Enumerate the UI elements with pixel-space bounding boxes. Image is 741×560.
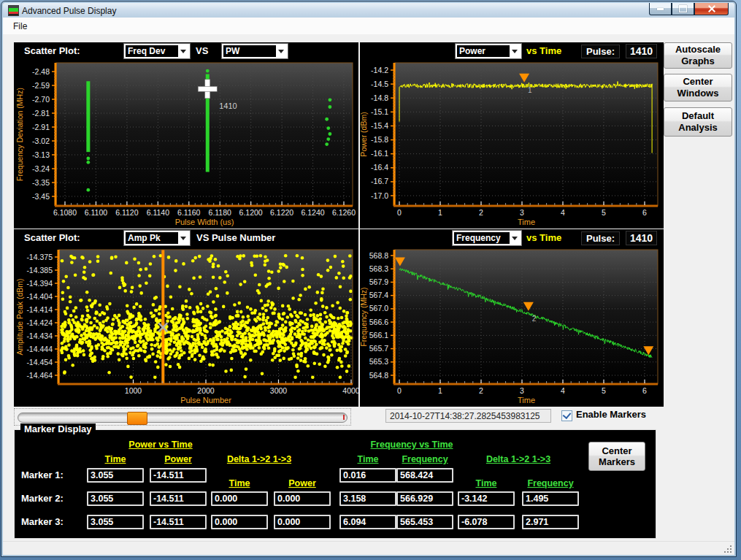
svg-text:-14.394: -14.394 [26, 279, 53, 288]
marker-value: 0.000 [211, 515, 268, 529]
maximize-icon [679, 5, 687, 12]
svg-text:-14.375: -14.375 [26, 253, 53, 261]
freq-dev-panel-header: Scatter Plot: Freq Dev VS PW [14, 42, 358, 60]
center-markers-button[interactable]: Center Markers [588, 442, 645, 471]
marker-value: 3.055 [87, 515, 144, 529]
marker-value: 6.094 [339, 515, 396, 529]
maximize-button[interactable] [672, 3, 694, 15]
x-parameter-dropdown[interactable]: PW [221, 43, 288, 59]
button-label: Windows [677, 88, 719, 99]
svg-text:-14.434: -14.434 [26, 331, 53, 340]
pulse-label: Pulse: [581, 45, 620, 58]
minimize-button[interactable] [649, 3, 672, 15]
y-parameter-dropdown[interactable]: Freq Dev [123, 43, 191, 59]
power-vs-time-panel: Power vs Time Pulse: 1410 1-14.2-14.5-14… [360, 42, 664, 229]
resize-grip-icon[interactable] [723, 544, 732, 553]
chevron-down-icon[interactable] [510, 45, 520, 57]
frequency-param-dropdown[interactable]: Frequency [452, 230, 522, 246]
amp-pk-vs-pulse-panel: Scatter Plot: Amp Pk VS Pulse Number -14… [14, 229, 358, 407]
marker-display-panel: Marker Display Power vs Time Time Power … [14, 429, 656, 539]
frequency-vs-time-chart[interactable]: 2568.8568.3567.9567.4567.0566.6566.1565.… [360, 247, 664, 407]
chevron-down-icon[interactable] [178, 45, 188, 57]
pulse-label: Pulse: [581, 231, 620, 245]
marker-value: -14.511 [150, 515, 207, 529]
button-label: Center [602, 445, 631, 456]
svg-text:Frequency (MHz): Frequency (MHz) [360, 287, 368, 346]
marker-value: -14.511 [150, 491, 207, 506]
svg-text:-3.45: -3.45 [32, 192, 50, 201]
amp-pk-vs-pulse-chart[interactable]: -14.375-14.385-14.394-14.404-14.414-14.4… [14, 247, 358, 407]
svg-text:6: 6 [642, 208, 647, 217]
svg-text:-14.444: -14.444 [26, 345, 53, 353]
marker-value: 0.000 [274, 491, 331, 506]
svg-text:6: 6 [642, 386, 647, 395]
close-button[interactable] [694, 3, 729, 15]
marker-value: 568.424 [396, 468, 453, 483]
pulse-number-value: 1410 [626, 44, 657, 58]
power-value-col-header: Power [150, 454, 207, 464]
svg-text:4: 4 [561, 386, 565, 395]
svg-text:0: 0 [397, 208, 402, 217]
vs-time-label: vs Time [526, 45, 561, 56]
x-parameter-value: PW [223, 45, 276, 57]
svg-text:-14.404: -14.404 [26, 292, 53, 301]
svg-text:Frequency Deviation (MHz): Frequency Deviation (MHz) [15, 88, 24, 181]
svg-text:3: 3 [520, 386, 524, 395]
marker-value: 3.055 [87, 468, 144, 483]
svg-text:Pulse Number: Pulse Number [180, 396, 231, 404]
svg-text:4000: 4000 [342, 386, 358, 395]
svg-text:0: 0 [397, 386, 402, 395]
amp-param-dropdown[interactable]: Amp Pk [123, 230, 191, 246]
marker-value: 0.000 [211, 491, 268, 506]
default-analysis-button[interactable]: Default Analysis [664, 107, 732, 137]
marker-row-label: Marker 1: [21, 469, 64, 480]
vs-pulse-number-label: VS Pulse Number [196, 232, 275, 243]
center-windows-button[interactable]: Center Windows [664, 74, 732, 101]
svg-text:Power (dBm): Power (dBm) [360, 112, 368, 156]
pulse-slider-thumb[interactable] [127, 412, 147, 425]
svg-text:6.1140: 6.1140 [147, 208, 169, 217]
autoscale-graphs-button[interactable]: Autoscale Graphs [664, 42, 732, 69]
marker-value: -6.078 [458, 515, 515, 529]
svg-text:6.1240: 6.1240 [301, 208, 324, 217]
freq-time-col-header: Time [339, 454, 396, 464]
chevron-down-icon[interactable] [510, 232, 520, 244]
chevron-down-icon[interactable] [276, 45, 286, 57]
marker-row-label: Marker 3: [21, 516, 64, 527]
menu-file[interactable]: File [9, 20, 31, 32]
titlebar[interactable]: Advanced Pulse Display [3, 3, 734, 18]
svg-text:1000: 1000 [125, 386, 142, 395]
power-panel-header: Power vs Time Pulse: 1410 [360, 42, 664, 60]
svg-text:567.4: 567.4 [369, 291, 388, 299]
pulse-slider-track[interactable] [18, 413, 348, 423]
svg-text:-14.2: -14.2 [371, 66, 388, 74]
power-param-dropdown[interactable]: Power [455, 43, 522, 59]
svg-text:-14.454: -14.454 [26, 358, 53, 367]
svg-text:566.6: 566.6 [369, 318, 388, 326]
chevron-down-icon[interactable] [178, 232, 188, 244]
svg-text:6.1100: 6.1100 [85, 208, 107, 217]
enable-markers-checkbox[interactable] [561, 410, 572, 421]
window-title: Advanced Pulse Display [22, 6, 116, 16]
svg-text:-2.91: -2.91 [32, 123, 50, 131]
svg-text:1: 1 [438, 386, 442, 395]
slider-end-mark [343, 415, 345, 420]
svg-text:3000: 3000 [270, 386, 288, 395]
svg-text:-14.464: -14.464 [26, 371, 53, 380]
svg-text:565.7: 565.7 [369, 344, 388, 353]
power-delta-time-header: Time [211, 478, 268, 488]
svg-text:567.9: 567.9 [369, 277, 388, 286]
svg-text:1: 1 [528, 86, 532, 94]
power-vs-time-chart[interactable]: 1-14.2-14.5-14.8-15.1-15.4-15.8-16.1-16.… [360, 60, 664, 229]
frequency-vs-time-panel: Frequency vs Time Pulse: 1410 2568.8568.… [360, 229, 664, 407]
timestamp-display: 2014-10-27T14:38:27.2825453983125 [385, 409, 551, 423]
svg-text:5: 5 [602, 208, 606, 217]
svg-text:564.8: 564.8 [369, 371, 388, 380]
freq-delta-value-header: Frequency [522, 478, 579, 488]
minimize-icon [657, 8, 664, 10]
button-label: Center [683, 76, 713, 88]
svg-text:-3.13: -3.13 [32, 150, 50, 159]
svg-text:-14.424: -14.424 [26, 318, 53, 327]
freq-dev-vs-pw-chart[interactable]: 1410-2.48-2.59-2.70-2.81-2.91-3.02-3.13-… [14, 60, 358, 229]
svg-text:-14.385: -14.385 [26, 266, 53, 275]
